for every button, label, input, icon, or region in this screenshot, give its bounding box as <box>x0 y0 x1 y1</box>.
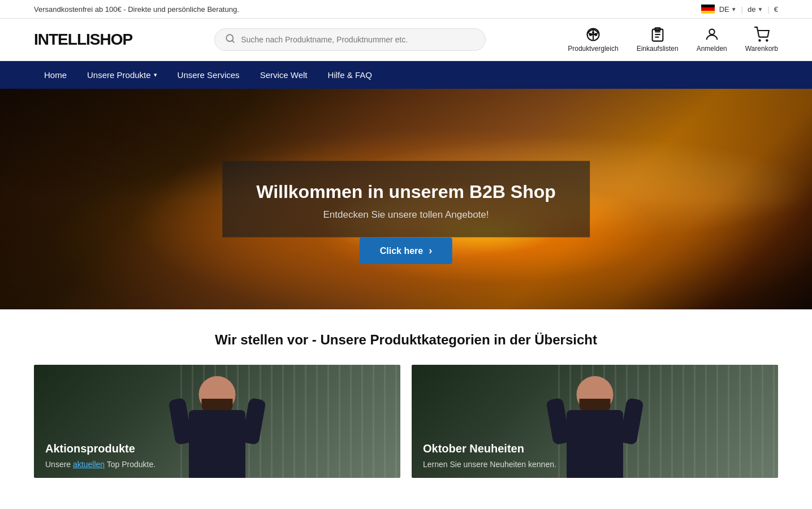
card-title: Oktober Neuheiten <box>423 442 767 455</box>
products-grid: Aktionsprodukte Unsere aktuellen Top Pro… <box>34 365 778 478</box>
nav-item-service-welt[interactable]: Service Welt <box>250 61 318 89</box>
arrow-right-icon: › <box>429 245 432 257</box>
header-actions: Produktvergleich Einkaufslisten Anmelden <box>568 27 778 53</box>
produktvergleich-button[interactable]: Produktvergleich <box>568 27 618 53</box>
header: INTELLISHOP Produktvergleich <box>0 19 812 61</box>
currency-label: € <box>774 5 778 14</box>
chevron-down-icon: ▼ <box>757 6 763 12</box>
product-card-aktionsprodukte[interactable]: Aktionsprodukte Unsere aktuellen Top Pro… <box>34 365 400 478</box>
shipping-info: Versandkostenfrei ab 100€ - Direkte und … <box>34 5 239 14</box>
einkaufslisten-button[interactable]: Einkaufslisten <box>637 27 679 53</box>
chevron-down-icon: ▼ <box>731 6 737 12</box>
svg-point-12 <box>766 40 767 41</box>
search-input[interactable] <box>241 35 475 44</box>
nav-item-unsere-services[interactable]: Unsere Services <box>167 61 250 89</box>
language-selector[interactable]: DE ▼ <box>719 5 737 14</box>
svg-point-11 <box>759 40 760 41</box>
separator: | <box>741 5 743 14</box>
nav-item-unsere-produkte[interactable]: Unsere Produkte ▾ <box>77 61 167 89</box>
locale-label: de <box>748 5 755 14</box>
einkaufslisten-label: Einkaufslisten <box>637 45 679 53</box>
card-title: Aktionsprodukte <box>45 442 389 455</box>
card-highlight: aktuellen <box>73 460 105 469</box>
produktvergleich-label: Produktvergleich <box>568 45 618 53</box>
anmelden-button[interactable]: Anmelden <box>697 27 727 53</box>
card-content: Aktionsprodukte Unsere aktuellen Top Pro… <box>34 433 400 478</box>
hero-subtitle: Entdecken Sie unsere tollen Angebote! <box>256 209 556 221</box>
search-bar[interactable] <box>214 28 486 51</box>
card-description: Lernen Sie unsere Neuheiten kennen. <box>423 460 767 469</box>
hero-cta-wrapper: Click here › <box>360 238 452 264</box>
chevron-down-icon: ▾ <box>154 71 157 79</box>
svg-line-1 <box>232 40 234 42</box>
warenkorb-button[interactable]: Warenkorb <box>745 27 778 53</box>
svg-point-10 <box>709 29 714 34</box>
hero-text-overlay: Willkommen in unserem B2B Shop Entdecken… <box>222 161 590 238</box>
locale-selector[interactable]: de ▼ <box>748 5 763 14</box>
card-description: Unsere aktuellen Top Produkte. <box>45 460 389 469</box>
top-bar: Versandkostenfrei ab 100€ - Direkte und … <box>0 0 812 19</box>
logo[interactable]: INTELLISHOP <box>34 31 132 49</box>
main-nav: Home Unsere Produkte ▾ Unsere Services S… <box>0 61 812 89</box>
nav-item-hilfe-faq[interactable]: Hilfe & FAQ <box>318 61 382 89</box>
card-content: Oktober Neuheiten Lernen Sie unsere Neuh… <box>412 433 778 478</box>
nav-item-home[interactable]: Home <box>34 61 77 89</box>
flag-icon <box>701 5 715 14</box>
search-icon <box>225 33 235 46</box>
products-section: Wir stellen vor - Unsere Produktkategori… <box>0 309 812 478</box>
hero-cta-button[interactable]: Click here › <box>360 238 452 264</box>
anmelden-label: Anmelden <box>697 45 727 53</box>
warenkorb-label: Warenkorb <box>745 45 778 53</box>
hero-title: Willkommen in unserem B2B Shop <box>256 182 556 202</box>
top-bar-right: DE ▼ | de ▼ | € <box>701 5 778 14</box>
language-label: DE <box>719 5 729 14</box>
separator2: | <box>767 5 769 14</box>
hero-cta-label: Click here <box>380 246 423 256</box>
product-card-neuheiten[interactable]: Oktober Neuheiten Lernen Sie unsere Neuh… <box>412 365 778 478</box>
hero-section: Willkommen in unserem B2B Shop Entdecken… <box>0 89 812 309</box>
products-section-heading: Wir stellen vor - Unsere Produktkategori… <box>34 332 778 348</box>
